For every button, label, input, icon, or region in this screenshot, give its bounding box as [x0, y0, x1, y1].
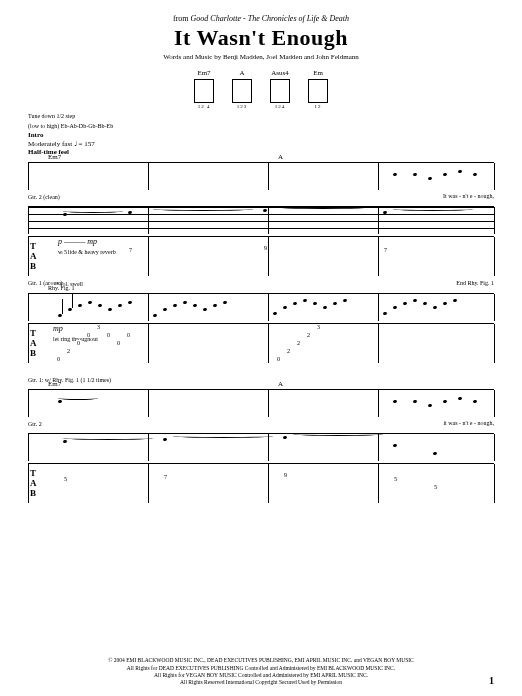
- chord-fingering: 12 4: [198, 104, 211, 109]
- chord-symbol: Em7: [48, 380, 61, 388]
- sheet-header: from Good Charlotte - The Chronicles of …: [28, 14, 494, 61]
- gtr2-label-s2: Gtr. 2: [28, 421, 494, 427]
- from-label: from: [173, 14, 189, 23]
- copyright-line: All Rights Reserved International Copyri…: [28, 679, 494, 686]
- chord-fingering: 123: [237, 104, 248, 109]
- chord-fingering: 124: [275, 104, 286, 109]
- chord-name: A: [239, 69, 244, 77]
- chord-fingering: 12: [315, 104, 322, 109]
- chord-name: Asus4: [271, 69, 289, 77]
- system-2-vocal: Em7 A it was - n't e - nough,: [28, 389, 494, 417]
- gtr2-tab-2: TAB 5 7 9 5 5: [28, 463, 494, 503]
- chord-symbol: A: [278, 380, 283, 388]
- tempo-marking: Moderately fast ♩ = 157: [28, 140, 494, 148]
- chord-diagram-em: Em 12: [308, 69, 328, 109]
- tab-label: TAB: [30, 241, 37, 271]
- system2-direction: Gtr. 1: w/ Rhy. Fig. 1 (1 1/2 times): [28, 377, 494, 383]
- chord-name: Em: [313, 69, 323, 77]
- tab-label: TAB: [30, 468, 37, 498]
- gtr2-staff: p ——— mp w/ slide & heavy reverb: [28, 206, 494, 234]
- album-name: The Chronicles of Life & Death: [248, 14, 349, 23]
- gtr1-tab: TAB 0 2 0 0 3 0 0 0 0 2 2 2 3: [28, 323, 494, 363]
- copyright-block: © 2004 EMI BLACKWOOD MUSIC INC., DEAD EX…: [28, 657, 494, 686]
- chord-symbol: Em7: [48, 153, 61, 161]
- copyright-line: All Rights for VEGAN BOY MUSIC Controlle…: [28, 672, 494, 679]
- rhy-fig-label: Rhy. Fig. 1: [48, 285, 75, 291]
- tuning-note-2: (low to high) Eb-Ab-Db-Gb-Bb-Eb: [28, 123, 494, 129]
- chord-grid-icon: [270, 79, 290, 103]
- system-2-gtr2: TAB 5 7 9 5 5: [28, 433, 494, 503]
- credits: Words and Music by Benji Madden, Joel Ma…: [28, 53, 494, 61]
- lyric-text: It was - n't e - nough,: [443, 193, 494, 199]
- tab-label: TAB: [30, 328, 37, 358]
- chord-diagrams-row: Em7 12 4 A 123 Asus4 124 Em 12: [28, 69, 494, 109]
- song-title: It Wasn't Enough: [28, 25, 494, 51]
- chord-symbol: A: [278, 153, 283, 161]
- vocal-staff: Em7 A It was - n't e - nough,: [28, 162, 494, 190]
- copyright-line: All Rights for DEAD EXECUTIVES PUBLISHIN…: [28, 665, 494, 672]
- copyright-line: © 2004 EMI BLACKWOOD MUSIC INC., DEAD EX…: [28, 657, 494, 664]
- source-line: from Good Charlotte - The Chronicles of …: [28, 14, 494, 23]
- end-rhy-fig: End Rhy. Fig. 1: [456, 280, 494, 286]
- section-label: Intro: [28, 131, 494, 139]
- chord-name: Em7: [197, 69, 210, 77]
- gtr2-tab: TAB 5 7 9 7 *Vol. swell: [28, 236, 494, 276]
- feel-marking: Half-time feel: [28, 148, 494, 156]
- chord-diagram-em7: Em7 12 4: [194, 69, 214, 109]
- gtr2-label: Gtr. 2 (clean): [28, 194, 494, 200]
- system-1-gtr1: Rhy. Fig. 1: [28, 293, 494, 363]
- chord-grid-icon: [232, 79, 252, 103]
- chord-diagram-a: A 123: [232, 69, 252, 109]
- gtr1-staff: mp let ring throughout: [28, 293, 494, 321]
- chord-grid-icon: [194, 79, 214, 103]
- chord-diagram-asus4: Asus4 124: [270, 69, 290, 109]
- tuning-note-1: Tune down 1/2 step: [28, 113, 494, 119]
- system-1-vocal: Em7 A It was - n't e - nough,: [28, 162, 494, 190]
- chord-grid-icon: [308, 79, 328, 103]
- page-number: 1: [489, 675, 494, 686]
- lyric-text: it was - n't e - nough,: [443, 420, 494, 426]
- artist-name: Good Charlotte: [191, 14, 241, 23]
- vocal-staff-2: Em7 A it was - n't e - nough,: [28, 389, 494, 417]
- gtr2-staff-2: [28, 433, 494, 461]
- system-1-gtr2: p ——— mp w/ slide & heavy reverb TAB 5 7…: [28, 206, 494, 276]
